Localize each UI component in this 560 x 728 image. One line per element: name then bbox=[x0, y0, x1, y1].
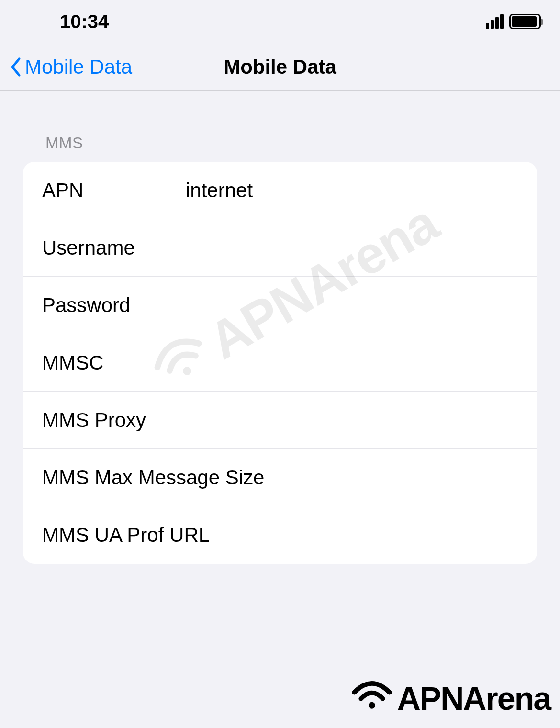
row-label-username: Username bbox=[42, 236, 186, 259]
status-time: 10:34 bbox=[60, 11, 109, 33]
row-label-apn: APN bbox=[42, 179, 186, 202]
row-mms-proxy[interactable]: MMS Proxy bbox=[23, 392, 537, 449]
row-mmsc[interactable]: MMSC bbox=[23, 334, 537, 392]
content: MMS APN Username Password MMSC MMS Proxy… bbox=[0, 91, 560, 564]
mms-proxy-input[interactable] bbox=[186, 409, 518, 432]
cellular-signal-icon bbox=[486, 14, 504, 29]
row-label-mmsc: MMSC bbox=[42, 351, 186, 374]
footer-logo-text: APNArena bbox=[397, 680, 550, 717]
chevron-left-icon bbox=[10, 57, 21, 77]
status-bar: 10:34 bbox=[0, 0, 560, 43]
row-label-mms-ua-prof-url: MMS UA Prof URL bbox=[42, 524, 518, 547]
wifi-icon bbox=[350, 678, 393, 718]
row-apn[interactable]: APN bbox=[23, 162, 537, 219]
footer-logo: APNArena bbox=[350, 678, 550, 718]
row-mms-ua-prof-url[interactable]: MMS UA Prof URL bbox=[23, 506, 537, 564]
mmsc-input[interactable] bbox=[186, 351, 518, 374]
row-username[interactable]: Username bbox=[23, 219, 537, 277]
row-label-mms-proxy: MMS Proxy bbox=[42, 409, 186, 432]
section-header-mms: MMS bbox=[0, 91, 560, 162]
apn-input[interactable] bbox=[186, 179, 518, 202]
nav-header: Mobile Data Mobile Data bbox=[0, 43, 560, 91]
back-label: Mobile Data bbox=[25, 56, 132, 78]
row-password[interactable]: Password bbox=[23, 277, 537, 334]
status-indicators bbox=[486, 14, 541, 29]
password-input[interactable] bbox=[186, 294, 518, 317]
row-mms-max-message-size[interactable]: MMS Max Message Size bbox=[23, 449, 537, 506]
username-input[interactable] bbox=[186, 236, 518, 259]
back-button[interactable]: Mobile Data bbox=[10, 56, 132, 78]
svg-point-1 bbox=[369, 702, 375, 709]
row-label-password: Password bbox=[42, 294, 186, 317]
row-label-mms-max-message-size: MMS Max Message Size bbox=[42, 466, 518, 489]
settings-group-mms: APN Username Password MMSC MMS Proxy MMS… bbox=[23, 162, 537, 564]
battery-icon bbox=[509, 14, 541, 29]
